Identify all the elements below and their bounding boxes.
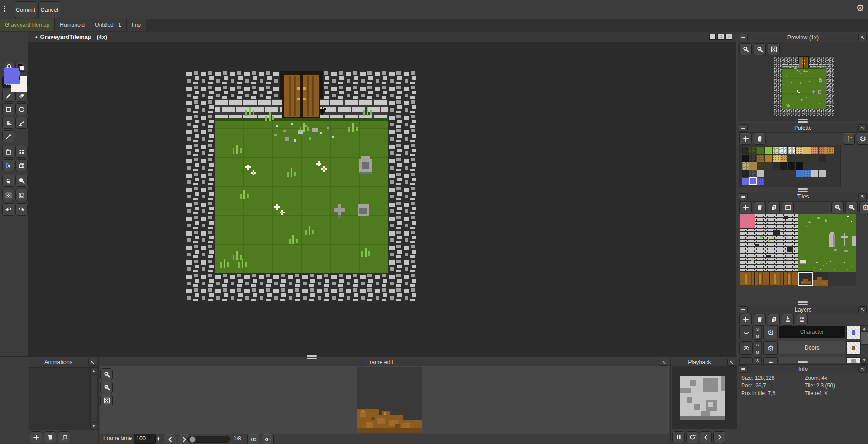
transform-tool-button[interactable]: [15, 159, 28, 171]
collapse-button[interactable]: [739, 124, 748, 132]
animations-add-button[interactable]: [30, 431, 42, 443]
select-toggle[interactable]: S: [754, 326, 762, 332]
palette-presets-button[interactable]: [843, 133, 855, 145]
settings-gear-icon[interactable]: ⚙: [856, 3, 864, 14]
layer-row-character[interactable]: SM⚙Character: [739, 325, 867, 339]
visibility-off-icon[interactable]: [739, 326, 753, 339]
onion-onion-next-button[interactable]: [262, 434, 274, 444]
palette-swatch[interactable]: [757, 155, 764, 162]
palette-swatch[interactable]: [819, 155, 826, 162]
palette-swatch[interactable]: [811, 147, 818, 154]
frame-slider-knob[interactable]: [189, 436, 196, 443]
palette-swatch[interactable]: [742, 170, 749, 177]
palette-swatch[interactable]: [757, 170, 764, 177]
select-toggle[interactable]: S: [754, 357, 762, 363]
palette-swatch[interactable]: [788, 162, 795, 170]
tiles-add-button[interactable]: [739, 202, 752, 213]
popout-arrow-icon[interactable]: ↖: [660, 359, 668, 366]
popout-arrow-icon[interactable]: ↖: [858, 124, 867, 132]
layers-duplicate-button[interactable]: [768, 314, 780, 326]
layers-delete-button[interactable]: [754, 314, 766, 326]
ellipse-tool-button[interactable]: [15, 103, 28, 115]
collapse-button[interactable]: [739, 306, 748, 313]
panel-resize-grip[interactable]: [798, 188, 808, 192]
frame-time-input[interactable]: [134, 434, 156, 444]
palette-swatch[interactable]: [757, 178, 764, 185]
animations-select-frames-button[interactable]: [58, 431, 70, 443]
layers-merge-down-button[interactable]: [782, 314, 794, 326]
layer-settings-icon[interactable]: ⚙: [763, 357, 778, 363]
palette-swatch[interactable]: [796, 147, 803, 154]
palette-swatch[interactable]: [819, 147, 826, 154]
palette-swatch[interactable]: [749, 147, 757, 154]
dither-tool-button[interactable]: [2, 189, 14, 201]
animations-list[interactable]: [29, 367, 98, 430]
palette-swatch[interactable]: [819, 170, 826, 177]
playback-pause-button[interactable]: [672, 431, 685, 443]
fill-tool-button[interactable]: [2, 117, 14, 129]
cancel-button[interactable]: Cancel: [38, 1, 60, 18]
commit-button[interactable]: Commit: [15, 1, 36, 18]
palette-swatch[interactable]: [773, 147, 780, 154]
tiles-zoom-in-button[interactable]: [831, 202, 844, 213]
frames-tool-button[interactable]: [2, 146, 14, 158]
palette-settings-button[interactable]: ⚙: [857, 133, 868, 145]
undo-tool-button[interactable]: ↶: [2, 203, 14, 216]
tiles-duplicate-button[interactable]: [768, 202, 780, 213]
palette-delete-button[interactable]: [754, 133, 766, 145]
rect-tool-button[interactable]: [2, 103, 14, 115]
frame-border-tool-button[interactable]: [15, 189, 28, 201]
palette-swatch[interactable]: [742, 147, 749, 154]
palette-swatch[interactable]: [742, 178, 749, 185]
tilemap-canvas[interactable]: [186, 71, 417, 302]
preview-zoom-in-button[interactable]: [739, 43, 752, 55]
popout-arrow-icon[interactable]: ↖: [858, 365, 867, 373]
layer-name[interactable]: Character: [779, 326, 845, 338]
tile-select-tool-button[interactable]: [2, 159, 14, 171]
tab-untitled-1[interactable]: Untitled - 1: [90, 19, 127, 31]
layer-name[interactable]: Doors: [779, 341, 845, 354]
palette-swatch[interactable]: [749, 170, 757, 177]
popout-arrow-icon[interactable]: ↖: [858, 34, 867, 41]
popout-arrow-icon[interactable]: ↖: [858, 193, 867, 200]
minimize-window-button[interactable]: –: [709, 34, 716, 40]
layers-merge-all-button[interactable]: [796, 314, 808, 326]
popout-arrow-icon[interactable]: ↖: [858, 306, 867, 313]
marker-tool-button[interactable]: [15, 117, 28, 129]
palette-swatch[interactable]: [780, 155, 787, 162]
tiles-zoom-out-button[interactable]: [845, 202, 858, 213]
tab-humanoid[interactable]: Humanoid: [55, 19, 90, 31]
palette-swatch[interactable]: [742, 155, 749, 162]
select-toggle[interactable]: S: [754, 341, 762, 348]
frame-edit-zoom-out-button[interactable]: [100, 382, 113, 393]
palette-swatch[interactable]: [749, 162, 757, 170]
collapse-button[interactable]: [739, 34, 748, 41]
move-toggle[interactable]: M: [754, 349, 762, 355]
palette-swatch[interactable]: [780, 162, 787, 170]
restore-window-button[interactable]: □: [717, 34, 724, 40]
popout-arrow-icon[interactable]: ↖: [88, 359, 96, 366]
layers-add-button[interactable]: [739, 314, 752, 326]
frame-edit-background-button[interactable]: [100, 395, 113, 406]
panel-resize-grip[interactable]: [307, 355, 317, 359]
palette-swatch[interactable]: [742, 162, 749, 170]
animations-scroll-track[interactable]: [90, 374, 97, 423]
panel-resize-grip[interactable]: [798, 301, 808, 305]
close-window-button[interactable]: ×: [725, 34, 732, 40]
palette-swatch[interactable]: [765, 162, 772, 170]
palette-swatch[interactable]: [773, 162, 780, 170]
layer-name[interactable]: [779, 357, 845, 363]
palette-swatch[interactable]: [773, 155, 780, 162]
move-toggle[interactable]: M: [754, 333, 762, 340]
layer-row-doors[interactable]: SM⚙Doors: [739, 341, 867, 354]
map-canvas-area[interactable]: [28, 42, 736, 356]
palette-swatch[interactable]: [765, 155, 772, 162]
palette-swatch[interactable]: [757, 162, 764, 170]
layer-settings-icon[interactable]: ⚙: [763, 341, 778, 355]
tiles-delete-button[interactable]: [754, 202, 766, 213]
panel-resize-grip[interactable]: [798, 119, 808, 123]
frame-slider[interactable]: [187, 436, 230, 443]
tile-grid-tool-button[interactable]: [15, 146, 28, 158]
animations-delete-button[interactable]: [44, 431, 56, 443]
palette-swatch[interactable]: [803, 147, 811, 154]
